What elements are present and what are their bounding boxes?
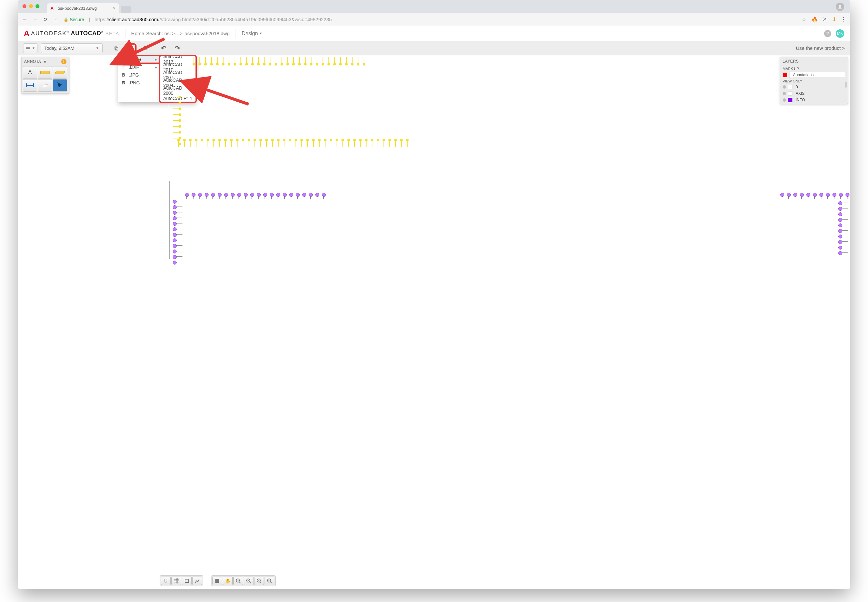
measure-tool[interactable]: [23, 79, 37, 92]
svg-line-31: [270, 582, 272, 583]
chevron-right-icon: ▸: [155, 57, 157, 62]
back-icon[interactable]: ←: [22, 17, 28, 22]
svg-rect-0: [26, 47, 30, 49]
format-dwg[interactable]: 📄 .DWG ▸: [118, 55, 160, 63]
version-dropdown[interactable]: Today, 9:52AM ▼: [41, 43, 103, 53]
breadcrumb-home[interactable]: Home: [131, 31, 144, 36]
svg-line-21: [239, 582, 240, 583]
drawing-canvas-area: ANNOTATE ! A: [18, 55, 850, 589]
zoom-add-button[interactable]: +: [264, 577, 274, 585]
secure-indicator[interactable]: 🔒 Secure: [63, 17, 84, 22]
extension-download-icon[interactable]: ⬇: [832, 16, 836, 23]
tab-title: osi-podval-2018.dwg: [58, 6, 97, 11]
new-product-link[interactable]: Use the new product >: [796, 45, 845, 51]
lock-icon: 🔒: [63, 17, 68, 22]
forward-icon[interactable]: →: [32, 17, 38, 22]
close-tab-icon[interactable]: ×: [113, 6, 116, 11]
chrome-tab-strip: A osi-podval-2018.dwg ×: [18, 0, 850, 13]
app-header: A AUTODESK® AUTOCAD® BETA Home Search: o…: [18, 26, 850, 41]
close-window-icon[interactable]: [23, 4, 26, 8]
grid-toggle[interactable]: [171, 577, 181, 585]
zoom-window-tool[interactable]: □: [233, 577, 243, 585]
bookmark-star-icon[interactable]: ☆: [801, 17, 807, 23]
toolbar: ▼ Today, 9:52AM ▼ ↶ ↷ Use the new produc…: [18, 41, 850, 55]
mode-dropdown[interactable]: Design ▼: [242, 31, 263, 37]
version-label: Today, 9:52AM: [44, 46, 74, 51]
drawing-content[interactable]: [166, 186, 848, 573]
home-icon[interactable]: ⌂: [53, 17, 59, 22]
svg-rect-19: [215, 579, 219, 583]
drawing-content[interactable]: [166, 57, 848, 157]
browser-window: A osi-podval-2018.dwg × ← → ⟳ ⌂ 🔒 Secure…: [18, 0, 850, 589]
eraser-tool[interactable]: [38, 79, 52, 92]
new-tab-button[interactable]: [121, 6, 131, 13]
browser-tab[interactable]: A osi-podval-2018.dwg ×: [47, 3, 119, 13]
breadcrumb: Home Search: osi >…> osi-podval-2018.dwg: [131, 31, 230, 36]
pan-tool[interactable]: ✋: [223, 577, 233, 585]
file-png-icon: 🖼: [121, 80, 126, 85]
annotate-title: ANNOTATE: [24, 59, 46, 64]
breadcrumb-file[interactable]: osi-podval-2018.dwg: [184, 31, 229, 36]
format-png[interactable]: 🖼 .PNG: [118, 79, 160, 87]
text-tool[interactable]: A: [23, 66, 37, 78]
autodesk-logo-icon: A: [24, 29, 29, 38]
user-avatar[interactable]: MK: [836, 29, 844, 38]
warning-badge-icon[interactable]: !: [61, 59, 66, 64]
brand-autocad: AUTOCAD®: [71, 30, 103, 37]
window-controls[interactable]: [23, 4, 40, 8]
svg-text:□: □: [237, 579, 238, 582]
extension-fire-icon[interactable]: 🔥: [811, 16, 818, 23]
maximize-window-icon[interactable]: [35, 4, 40, 8]
ucs-tool[interactable]: U: [161, 577, 171, 585]
svg-rect-18: [185, 579, 188, 582]
ruler-tool[interactable]: [53, 66, 67, 78]
file-jpg-icon: 🖼: [121, 72, 126, 78]
format-jpg[interactable]: 🖼 .JPG: [118, 71, 160, 79]
file-dxf-icon: 📄: [121, 64, 126, 70]
download-button[interactable]: [125, 43, 137, 53]
graph-tool[interactable]: [192, 577, 202, 585]
extension-icons: 🔥 ⛯ ⬇ ⋮: [811, 16, 846, 23]
favicon-icon: A: [51, 6, 55, 11]
view-toolbar: U ✋ □: [160, 575, 276, 587]
chrome-profile-icon[interactable]: [836, 3, 844, 11]
chevron-down-icon: ▼: [32, 46, 35, 50]
help-icon[interactable]: ?: [824, 30, 831, 37]
undo-button[interactable]: ↶: [159, 43, 169, 53]
format-dxf[interactable]: 📄 .DXF ▸: [118, 63, 160, 71]
svg-rect-2: [116, 48, 118, 50]
svg-rect-4: [144, 46, 146, 47]
select-tool[interactable]: [53, 79, 67, 92]
brand-autodesk: AUTODESK®: [31, 30, 69, 37]
reload-icon[interactable]: ⟳: [43, 17, 49, 23]
secure-label: Secure: [70, 17, 84, 22]
chevron-down-icon: ▼: [260, 32, 263, 35]
zoom-out-button[interactable]: [254, 577, 264, 585]
redo-button[interactable]: ↷: [172, 43, 183, 53]
zoom-extents[interactable]: [212, 577, 222, 585]
svg-line-28: [260, 582, 261, 583]
dimension-tool[interactable]: [38, 66, 52, 78]
chrome-menu-icon[interactable]: ⋮: [841, 16, 846, 23]
storage-dropdown[interactable]: ▼: [23, 43, 37, 53]
svg-rect-1: [115, 47, 117, 49]
extension-gear-icon[interactable]: ⛯: [822, 16, 828, 23]
svg-line-24: [250, 582, 251, 583]
download-formats: 📄 .DWG ▸ 📄 .DXF ▸ 🖼 .JPG 🖼: [118, 55, 160, 102]
annotate-panel: ANNOTATE ! A: [21, 57, 69, 94]
chevron-right-icon: ▸: [155, 64, 157, 70]
chrome-nav-bar: ← → ⟳ ⌂ 🔒 Secure | https://client.autoca…: [18, 13, 850, 26]
zoom-in-button[interactable]: [244, 577, 253, 585]
copy-button[interactable]: [111, 43, 121, 53]
breadcrumb-search[interactable]: Search: osi >…>: [146, 31, 183, 36]
address-bar[interactable]: https://client.autocad360.com/#/drawing.…: [94, 17, 796, 22]
brand-beta: BETA: [106, 31, 119, 36]
crop-tool[interactable]: [182, 577, 192, 585]
minimize-window-icon[interactable]: [29, 4, 33, 8]
svg-text:+: +: [268, 579, 270, 582]
svg-marker-9: [42, 84, 48, 87]
print-button[interactable]: [140, 43, 150, 53]
chevron-down-icon: ▼: [96, 46, 99, 50]
file-dwg-icon: 📄: [121, 57, 126, 62]
